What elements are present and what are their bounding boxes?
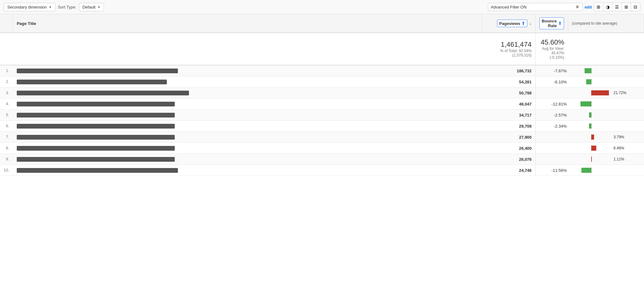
- page-title-bar[interactable]: [17, 146, 175, 151]
- sort-type-label: Sort Type:: [58, 5, 76, 9]
- page-title-cell: [13, 110, 482, 121]
- negative-bar: [589, 123, 591, 129]
- bounce-rate-selector[interactable]: Bounce Rate ⬆: [539, 17, 564, 29]
- bounce-bar-cell: 1.11%: [568, 154, 644, 165]
- negative-bar: [580, 101, 591, 106]
- bar-label: 21.72%: [614, 91, 627, 95]
- compare-header: (compared to site average): [568, 14, 644, 33]
- data-table: Page Title Pageviews ⬆ ↓ Bounce Rate ⬆: [0, 14, 644, 176]
- secondary-dimension-label: Secondary dimension: [7, 5, 47, 9]
- table-row: 3.50,79821.72%: [0, 87, 644, 99]
- pageviews-cell: 24,746: [482, 165, 536, 176]
- page-title-cell: [13, 143, 482, 154]
- pie-view-btn[interactable]: ◑: [603, 3, 612, 11]
- bounce-chevron-icon: ⬆: [558, 21, 562, 26]
- positive-bar: [591, 135, 594, 140]
- page-title-bar[interactable]: [17, 113, 175, 117]
- bar-container: [571, 90, 612, 96]
- row-number: 3.: [0, 87, 13, 99]
- bounce-bar-cell: [568, 76, 644, 87]
- pageviews-cell: 27,900: [482, 132, 536, 143]
- bar-container: [571, 101, 612, 107]
- pageviews-header: Pageviews ⬆ ↓: [482, 14, 536, 33]
- page-title-cell: [13, 132, 482, 143]
- data-table-container: Page Title Pageviews ⬆ ↓ Bounce Rate ⬆: [0, 14, 644, 176]
- table-row: 9.26,0761.11%: [0, 154, 644, 165]
- bar-container: [571, 145, 612, 151]
- table-row: 8.26,4006.46%: [0, 143, 644, 154]
- negative-bar: [586, 79, 591, 84]
- row-number: 5.: [0, 110, 13, 121]
- pageviews-cell: 48,047: [482, 99, 536, 110]
- pageviews-cell: 29,708: [482, 121, 536, 132]
- bounce-bar-cell: [568, 99, 644, 110]
- page-title-bar[interactable]: [17, 124, 175, 129]
- row-number: 6.: [0, 121, 13, 132]
- totals-row: 1,461,474 % of Total: 92.54% (1,579,316)…: [0, 33, 644, 65]
- pageviews-cell: 26,076: [482, 154, 536, 165]
- column-header-row: Page Title Pageviews ⬆ ↓ Bounce Rate ⬆: [0, 14, 644, 33]
- page-title-cell: [13, 121, 482, 132]
- filter-box: ✕: [488, 3, 583, 11]
- bar-container: [571, 167, 612, 173]
- page-title-bar[interactable]: [17, 157, 175, 162]
- bounce-rate-header: Bounce Rate ⬆: [536, 14, 568, 33]
- bar-container: [571, 156, 612, 162]
- negative-bar: [589, 112, 591, 117]
- row-number: 1.: [0, 65, 13, 76]
- table-row: 1.186,732-7.87%: [0, 65, 644, 76]
- page-title-header: Page Title: [13, 14, 482, 33]
- totals-pageviews: 1,461,474 % of Total: 92.54% (1,579,316): [482, 33, 536, 65]
- bar-label: 6.46%: [614, 146, 624, 150]
- page-title-cell: [13, 99, 482, 110]
- toolbar-left: Secondary dimension ▼ Sort Type: Default…: [4, 3, 485, 11]
- row-number: 9.: [0, 154, 13, 165]
- bounce-bar-cell: 21.72%: [568, 87, 644, 99]
- row-number: 8.: [0, 143, 13, 154]
- edit-link[interactable]: edit: [585, 5, 592, 9]
- bounce-pct-cell: [536, 143, 568, 154]
- page-title-cell: [13, 154, 482, 165]
- close-icon[interactable]: ✕: [575, 4, 580, 9]
- secondary-dimension-btn[interactable]: Secondary dimension ▼: [4, 3, 55, 11]
- chevron-down-icon: ▼: [49, 5, 52, 9]
- toolbar-right: ✕ edit ⊞ ◑ ☰ ⊞ ⊟: [488, 3, 640, 11]
- page-title-bar[interactable]: [17, 91, 189, 95]
- bar-container: [571, 112, 612, 118]
- filter-input[interactable]: [491, 5, 573, 9]
- table-row: 2.54,281-6.10%: [0, 76, 644, 87]
- bar-container: [571, 68, 612, 74]
- page-title-bar[interactable]: [17, 135, 175, 140]
- bar-label: 1.11%: [614, 157, 624, 161]
- bounce-pct-cell: -7.87%: [536, 65, 568, 76]
- bounce-pct-cell: [536, 154, 568, 165]
- page-title-bar[interactable]: [17, 168, 178, 173]
- row-number: 4.: [0, 99, 13, 110]
- page-title-cell: [13, 87, 482, 99]
- list-view-btn[interactable]: ☰: [612, 3, 622, 11]
- grid-view-btn[interactable]: ⊞: [594, 3, 603, 11]
- pageviews-selector[interactable]: Pageviews ⬆: [497, 20, 528, 27]
- row-number: 2.: [0, 76, 13, 87]
- page-title-bar[interactable]: [17, 69, 178, 73]
- sort-arrow-icon[interactable]: ↓: [529, 21, 532, 26]
- pageviews-cell: 50,798: [482, 87, 536, 99]
- table-view-btn[interactable]: ⊟: [631, 3, 640, 11]
- chevron-down-icon-2: ▼: [97, 5, 100, 9]
- bounce-pct-cell: -6.10%: [536, 76, 568, 87]
- sort-type-btn[interactable]: Default ▼: [79, 3, 104, 11]
- totals-compare: [568, 33, 644, 65]
- page-title-cell: [13, 65, 482, 76]
- table-row: 4.48,047-12.81%: [0, 99, 644, 110]
- bounce-pct-cell: -12.81%: [536, 99, 568, 110]
- pageviews-cell: 54,281: [482, 76, 536, 87]
- page-title-bar[interactable]: [17, 80, 167, 84]
- pageviews-chevron-icon: ⬆: [521, 21, 525, 26]
- totals-label: [13, 33, 482, 65]
- negative-bar: [585, 68, 591, 73]
- page-title-cell: [13, 165, 482, 176]
- sort-default-label: Default: [82, 5, 95, 9]
- bounce-pct-cell: -11.56%: [536, 165, 568, 176]
- page-title-bar[interactable]: [17, 102, 175, 106]
- settings-view-btn[interactable]: ⊞: [622, 3, 631, 11]
